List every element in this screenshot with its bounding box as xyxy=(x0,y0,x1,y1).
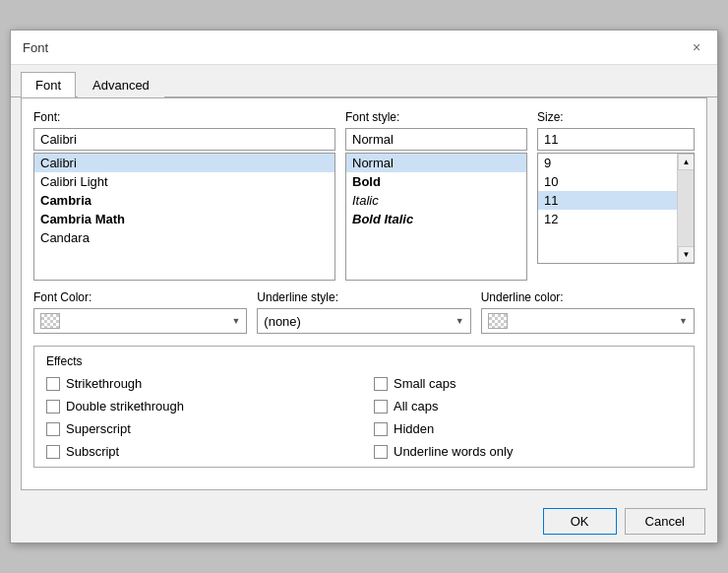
font-style-list-inner[interactable]: Normal Bold Italic Bold Italic xyxy=(346,154,526,280)
list-item[interactable]: Bold Italic xyxy=(346,210,526,228)
dialog-footer: OK Cancel xyxy=(11,500,717,542)
dialog-content: Font: Calibri Calibri Light Cambria Camb… xyxy=(21,97,707,490)
font-style-input[interactable] xyxy=(345,128,527,151)
all-caps-checkbox[interactable] xyxy=(374,400,388,414)
ok-button[interactable]: OK xyxy=(543,508,617,535)
list-item[interactable]: Italic xyxy=(346,191,526,210)
effects-section: Effects Strikethrough Double strikethrou… xyxy=(33,346,695,468)
size-field-group: Size: 9 10 11 12 ▲ ▼ xyxy=(537,110,695,281)
double-strikethrough-row: Double strikethrough xyxy=(46,399,354,414)
effects-title: Effects xyxy=(46,354,682,368)
cancel-button[interactable]: Cancel xyxy=(625,508,705,535)
underline-color-arrow: ▼ xyxy=(679,316,688,326)
list-item[interactable]: Candara xyxy=(34,228,334,247)
list-item[interactable]: 9 xyxy=(538,154,677,172)
small-caps-label: Small caps xyxy=(394,376,456,391)
list-item[interactable]: 10 xyxy=(538,172,677,191)
underline-color-group: Underline color: ▼ xyxy=(481,290,695,334)
superscript-row: Superscript xyxy=(46,421,354,436)
effects-col-right: Small caps All caps Hidden Underline wor… xyxy=(374,376,682,459)
font-label: Font: xyxy=(33,110,335,124)
list-item[interactable]: Bold xyxy=(346,172,526,191)
list-item[interactable]: Calibri xyxy=(34,154,334,172)
underline-style-dropdown[interactable]: (none) ▼ xyxy=(257,308,470,334)
font-field-group: Font: Calibri Calibri Light Cambria Camb… xyxy=(33,110,335,281)
effects-grid: Strikethrough Double strikethrough Super… xyxy=(46,376,682,459)
close-button[interactable]: × xyxy=(688,38,705,56)
list-item[interactable]: Cambria Math xyxy=(34,210,334,228)
size-scroll-down[interactable]: ▼ xyxy=(678,246,695,263)
strikethrough-checkbox[interactable] xyxy=(46,377,60,391)
subscript-row: Subscript xyxy=(46,444,354,459)
underline-color-swatch xyxy=(488,313,508,329)
font-color-swatch xyxy=(40,313,60,329)
dialog-title: Font xyxy=(23,40,48,55)
underline-style-group: Underline style: (none) ▼ xyxy=(257,290,470,334)
subscript-label: Subscript xyxy=(66,444,119,459)
list-item[interactable]: Normal xyxy=(346,154,526,172)
hidden-label: Hidden xyxy=(394,421,434,436)
superscript-label: Superscript xyxy=(66,421,131,436)
all-caps-label: All caps xyxy=(394,399,439,414)
superscript-checkbox[interactable] xyxy=(46,422,60,436)
list-item[interactable]: 11 xyxy=(538,191,677,210)
underline-words-label: Underline words only xyxy=(394,444,513,459)
underline-color-label: Underline color: xyxy=(481,290,695,304)
double-strikethrough-checkbox[interactable] xyxy=(46,400,60,414)
strikethrough-label: Strikethrough xyxy=(66,376,142,391)
underline-words-row: Underline words only xyxy=(374,444,682,459)
tab-advanced[interactable]: Advanced xyxy=(78,72,164,97)
font-color-label: Font Color: xyxy=(33,290,247,304)
font-input[interactable] xyxy=(33,128,335,151)
font-style-label: Font style: xyxy=(345,110,527,124)
small-caps-row: Small caps xyxy=(374,376,682,391)
list-item[interactable]: Cambria xyxy=(34,191,334,210)
underline-color-dropdown[interactable]: ▼ xyxy=(481,308,695,334)
font-list-box: Calibri Calibri Light Cambria Cambria Ma… xyxy=(33,153,335,281)
font-color-group: Font Color: ▼ xyxy=(33,290,247,334)
font-color-dropdown[interactable]: ▼ xyxy=(33,308,247,334)
underline-style-label: Underline style: xyxy=(257,290,470,304)
tab-bar: Font Advanced xyxy=(11,65,717,97)
size-scroll-up[interactable]: ▲ xyxy=(678,154,695,170)
list-item[interactable]: Calibri Light xyxy=(34,172,334,191)
all-caps-row: All caps xyxy=(374,399,682,414)
effects-col-left: Strikethrough Double strikethrough Super… xyxy=(46,376,354,459)
font-style-list-box: Normal Bold Italic Bold Italic xyxy=(345,153,527,281)
underline-style-arrow: ▼ xyxy=(455,316,464,326)
font-color-arrow: ▼ xyxy=(231,316,240,326)
hidden-checkbox[interactable] xyxy=(374,422,388,436)
strikethrough-row: Strikethrough xyxy=(46,376,354,391)
hidden-row: Hidden xyxy=(374,421,682,436)
tab-font[interactable]: Font xyxy=(21,72,76,97)
list-item[interactable]: 12 xyxy=(538,210,677,228)
title-bar: Font × xyxy=(11,31,717,65)
small-caps-checkbox[interactable] xyxy=(374,377,388,391)
double-strikethrough-label: Double strikethrough xyxy=(66,399,184,414)
font-dialog: Font × Font Advanced Font: Calibri Calib… xyxy=(10,30,718,543)
font-style-field-group: Font style: Normal Bold Italic Bold Ital… xyxy=(345,110,527,281)
font-list-inner[interactable]: Calibri Calibri Light Cambria Cambria Ma… xyxy=(34,154,334,280)
color-row: Font Color: ▼ Underline style: (none) ▼ … xyxy=(33,290,695,334)
size-input[interactable] xyxy=(537,128,695,151)
underline-style-value: (none) xyxy=(264,314,301,329)
size-label: Size: xyxy=(537,110,695,124)
font-row: Font: Calibri Calibri Light Cambria Camb… xyxy=(33,110,695,281)
subscript-checkbox[interactable] xyxy=(46,445,60,459)
underline-words-checkbox[interactable] xyxy=(374,445,388,459)
